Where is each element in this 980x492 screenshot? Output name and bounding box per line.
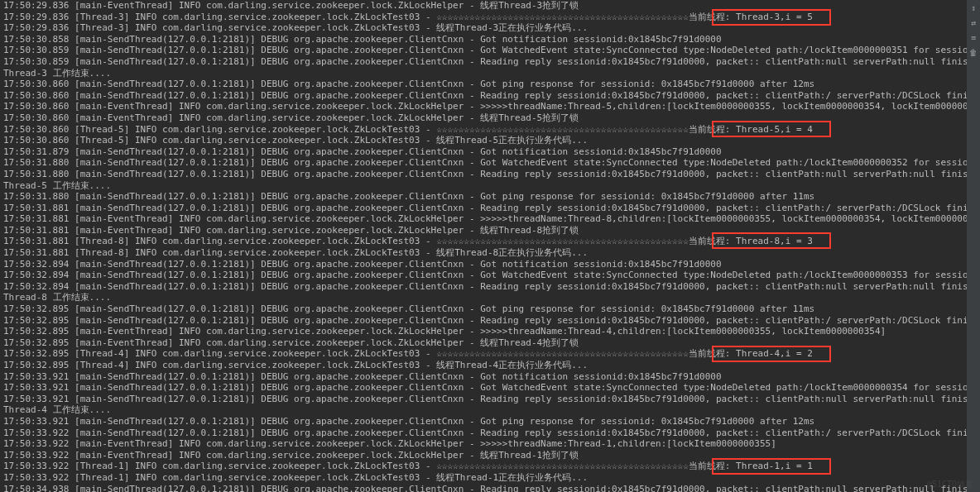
log-line: 17:50:32.894 [main-SendThread(127.0.0.1:… [3,281,977,293]
log-line: 17:50:30.858 [main-SendThread(127.0.0.1:… [3,34,977,45]
log-line: 17:50:31.881 [Thread-8] INFO com.darling… [3,236,977,247]
log-line: 17:50:34.938 [main-SendThread(127.0.0.1:… [3,484,977,492]
log-line: Thread-4 工作结束.... [3,404,977,416]
log-line: 17:50:30.859 [main-SendThread(127.0.0.1:… [3,56,977,68]
log-line: 17:50:33.922 [Thread-1] INFO com.darling… [3,461,977,472]
log-line: 17:50:32.895 [main-SendThread(127.0.0.1:… [3,303,977,315]
log-line: 17:50:31.881 [Thread-8] INFO com.darling… [3,247,977,259]
log-output[interactable]: 17:50:29.836 [main-EventThread] INFO com… [0,0,980,492]
log-line: 17:50:29.836 [main-EventThread] INFO com… [3,0,977,12]
log-line: 17:50:30.860 [main-EventThread] INFO com… [3,112,977,124]
log-line: Thread-5 工作结束.... [3,180,977,192]
log-line: 17:50:31.879 [main-SendThread(127.0.0.1:… [3,146,977,158]
log-line: 17:50:31.881 [main-EventThread] INFO com… [3,225,977,236]
log-line: 17:50:30.860 [main-EventThread] INFO com… [3,101,977,112]
log-line: 17:50:33.922 [main-SendThread(127.0.0.1:… [3,428,977,439]
log-line: 17:50:29.836 [Thread-3] INFO com.darling… [3,12,977,23]
log-line: 17:50:31.880 [main-SendThread(127.0.0.1:… [3,191,977,203]
soft-wrap-icon[interactable]: ↕ [968,3,978,13]
log-line: 17:50:33.922 [main-EventThread] INFO com… [3,438,977,450]
log-line: 17:50:33.921 [main-SendThread(127.0.0.1:… [3,371,977,383]
log-line: Thread-8 工作结束.... [3,292,977,303]
scroll-lock-icon[interactable]: ⇄ [968,18,978,28]
log-line: 17:50:33.922 [Thread-1] INFO com.darling… [3,472,977,484]
log-line: Thread-3 工作结束.... [3,68,977,79]
log-line: 17:50:30.860 [main-SendThread(127.0.0.1:… [3,79,977,90]
log-line: 17:50:30.860 [Thread-5] INFO com.darling… [3,135,977,146]
watermark: @51CTO博客 [927,479,973,490]
log-line: 17:50:31.880 [main-SendThread(127.0.0.1:… [3,157,977,169]
log-line: 17:50:33.921 [main-SendThread(127.0.0.1:… [3,394,977,405]
log-line: 17:50:32.895 [main-EventThread] INFO com… [3,326,977,337]
log-line: 17:50:30.859 [main-SendThread(127.0.0.1:… [3,45,977,56]
log-line: 17:50:32.895 [main-EventThread] INFO com… [3,337,977,349]
settings-icon[interactable]: ≡ [968,33,978,43]
log-line: 17:50:33.921 [main-SendThread(127.0.0.1:… [3,382,977,394]
tool-gutter: ↕ ⇄ ≡ 🗑 [967,0,980,492]
log-line: 17:50:32.895 [Thread-4] INFO com.darling… [3,360,977,371]
log-line: 17:50:32.895 [Thread-4] INFO com.darling… [3,348,977,360]
log-line: 17:50:32.894 [main-SendThread(127.0.0.1:… [3,259,977,270]
log-line: 17:50:32.895 [main-SendThread(127.0.0.1:… [3,315,977,327]
log-line: 17:50:33.921 [main-SendThread(127.0.0.1:… [3,416,977,428]
log-line: 17:50:30.860 [Thread-5] INFO com.darling… [3,124,977,136]
log-line: 17:50:32.894 [main-SendThread(127.0.0.1:… [3,270,977,281]
clear-icon[interactable]: 🗑 [968,48,978,58]
log-line: 17:50:31.881 [main-EventThread] INFO com… [3,213,977,225]
log-line: 17:50:33.922 [main-EventThread] INFO com… [3,450,977,461]
log-line: 17:50:31.881 [main-SendThread(127.0.0.1:… [3,203,977,214]
log-line: 17:50:31.880 [main-SendThread(127.0.0.1:… [3,169,977,180]
log-line: 17:50:29.836 [Thread-3] INFO com.darling… [3,22,977,34]
log-line: 17:50:30.860 [main-SendThread(127.0.0.1:… [3,90,977,102]
